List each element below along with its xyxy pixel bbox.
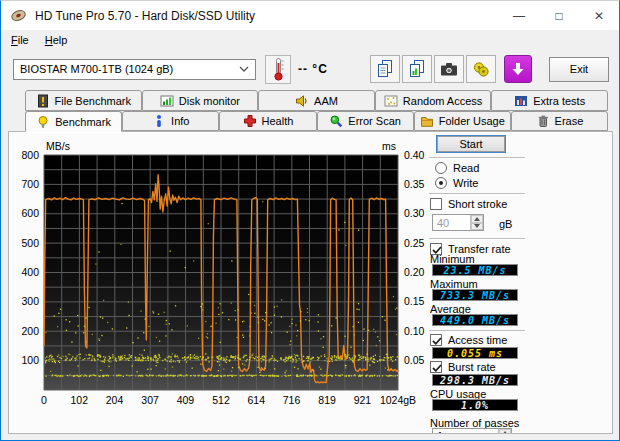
start-button[interactable]: Start xyxy=(437,136,505,152)
file-benchmark-icon xyxy=(36,94,50,108)
svg-text:0.30: 0.30 xyxy=(404,207,425,219)
save-export-button[interactable] xyxy=(466,55,496,83)
svg-text:512: 512 xyxy=(212,394,230,406)
short-stroke-checkbox[interactable]: Short stroke xyxy=(430,198,507,210)
short-stroke-checkbox-box[interactable] xyxy=(430,198,442,210)
copy-report-button[interactable] xyxy=(402,55,432,83)
drive-select[interactable]: BIOSTAR M700-1TB (1024 gB) xyxy=(13,59,256,80)
tab-label: Erase xyxy=(555,115,584,127)
svg-text:0.15: 0.15 xyxy=(404,295,425,307)
close-button[interactable]: ✕ xyxy=(579,1,619,30)
svg-text:600: 600 xyxy=(21,207,39,219)
check-icon xyxy=(431,335,443,347)
svg-text:ms: ms xyxy=(382,140,396,152)
tab-label: Health xyxy=(262,115,294,127)
spin-down-button[interactable] xyxy=(471,223,483,231)
tab-label: Info xyxy=(171,115,189,127)
aam-icon xyxy=(295,94,309,108)
burst-rate-checkbox[interactable]: Burst rate xyxy=(430,361,496,373)
minimum-value: 23.5 MB/s xyxy=(432,264,518,276)
maximum-value: 733.3 MB/s xyxy=(432,289,518,301)
tab-aam[interactable]: AAM xyxy=(258,90,375,111)
toolbar: BIOSTAR M700-1TB (1024 gB) -- °C xyxy=(1,49,619,89)
svg-text:100: 100 xyxy=(21,354,39,366)
camera-icon xyxy=(439,60,459,78)
health-icon xyxy=(243,114,257,128)
minimize-button[interactable]: — xyxy=(499,1,539,30)
copy-to-clipboard-button[interactable] xyxy=(370,55,400,83)
extra-tests-icon xyxy=(514,94,528,108)
separator xyxy=(429,330,525,332)
svg-text:921: 921 xyxy=(354,394,372,406)
tab-erase[interactable]: Erase xyxy=(511,111,608,131)
folder-usage-icon xyxy=(420,114,434,128)
menubar: File Help xyxy=(1,30,619,49)
tab-extra-tests[interactable]: Extra tests xyxy=(491,90,608,111)
separator xyxy=(429,238,525,240)
svg-text:500: 500 xyxy=(21,237,39,249)
random-access-icon xyxy=(384,94,398,108)
separator xyxy=(429,157,525,159)
erase-icon xyxy=(536,114,550,128)
write-radio[interactable]: Write xyxy=(435,177,478,189)
temperature-button[interactable] xyxy=(265,55,291,84)
app-icon xyxy=(10,7,27,24)
svg-text:0.10: 0.10 xyxy=(404,325,425,337)
copy-icon xyxy=(376,59,394,79)
tab-folder-usage[interactable]: Folder Usage xyxy=(414,111,511,131)
svg-text:400: 400 xyxy=(21,266,39,278)
access-time-label: Access time xyxy=(448,334,507,346)
svg-text:0: 0 xyxy=(41,394,47,406)
burst-rate-value: 298.3 MB/s xyxy=(432,374,518,386)
svg-text:700: 700 xyxy=(21,178,39,190)
tab-label: Disk monitor xyxy=(179,95,240,107)
tab-info[interactable]: Info xyxy=(122,111,219,131)
export-icon xyxy=(471,59,491,79)
short-stroke-label: Short stroke xyxy=(448,198,507,210)
write-radio-circle[interactable] xyxy=(435,177,447,189)
tab-file-benchmark[interactable]: File Benchmark xyxy=(25,90,142,111)
tab-disk-monitor[interactable]: Disk monitor xyxy=(142,90,259,111)
benchmark-icon xyxy=(36,115,50,129)
read-radio-circle[interactable] xyxy=(435,162,447,174)
spin-up-button[interactable] xyxy=(471,215,483,223)
exit-button[interactable]: Exit xyxy=(549,57,609,82)
svg-text:204: 204 xyxy=(106,394,124,406)
average-value: 449.0 MB/s xyxy=(432,314,518,326)
tab-label: Error Scan xyxy=(348,115,401,127)
read-radio[interactable]: Read xyxy=(435,162,479,174)
svg-text:300: 300 xyxy=(21,295,39,307)
short-stroke-size-spinner[interactable]: 40 xyxy=(432,214,484,231)
svg-text:0.25: 0.25 xyxy=(404,237,425,249)
screenshot-button[interactable] xyxy=(434,55,464,83)
download-icon xyxy=(510,61,526,77)
burst-rate-label: Burst rate xyxy=(448,361,496,373)
tab-health[interactable]: Health xyxy=(219,111,316,131)
passes-value: 1 xyxy=(433,429,498,434)
tab-random-access[interactable]: Random Access xyxy=(375,90,492,111)
start-label: Start xyxy=(459,138,482,150)
svg-text:614: 614 xyxy=(247,394,265,406)
short-stroke-unit: gB xyxy=(499,218,512,230)
burst-rate-checkbox-box[interactable] xyxy=(430,361,442,373)
svg-text:0.40: 0.40 xyxy=(404,149,425,161)
check-icon xyxy=(431,362,443,374)
menu-file[interactable]: File xyxy=(3,32,37,48)
svg-text:200: 200 xyxy=(21,325,39,337)
update-download-button[interactable] xyxy=(504,55,532,83)
svg-text:1024gB: 1024gB xyxy=(380,394,416,406)
access-time-checkbox[interactable]: Access time xyxy=(430,334,507,346)
tab-label: Folder Usage xyxy=(439,115,505,127)
info-icon xyxy=(152,114,166,128)
tab-row-secondary: File BenchmarkDisk monitorAAMRandom Acce… xyxy=(1,89,619,111)
thermometer-icon xyxy=(272,57,285,81)
maximize-button[interactable]: □ xyxy=(539,1,579,30)
tab-error-scan[interactable]: Error Scan xyxy=(317,111,414,131)
temperature-value: -- °C xyxy=(298,62,328,76)
tab-benchmark[interactable]: Benchmark xyxy=(25,111,122,132)
passes-spinner[interactable]: 1 xyxy=(432,428,512,434)
read-label: Read xyxy=(453,162,479,174)
access-time-checkbox-box[interactable] xyxy=(430,334,442,346)
spin-up-button[interactable] xyxy=(499,429,511,434)
menu-help[interactable]: Help xyxy=(37,32,76,48)
